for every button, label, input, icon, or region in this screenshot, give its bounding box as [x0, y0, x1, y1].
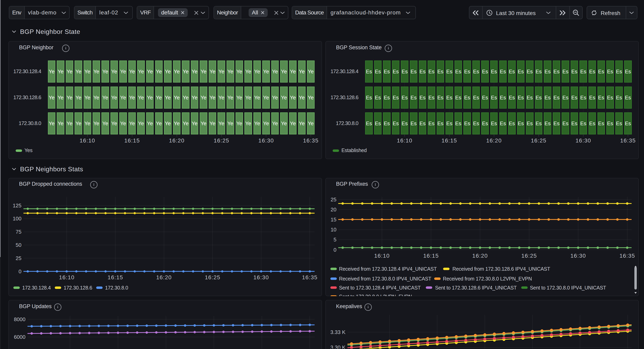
svg-text:0: 0: [19, 269, 22, 275]
svg-text:3.33 K: 3.33 K: [330, 329, 346, 335]
svg-text:172.30.128.4: 172.30.128.4: [22, 285, 51, 291]
svg-text:25: 25: [330, 197, 336, 203]
svg-text:3.30 K: 3.30 K: [330, 345, 346, 349]
svg-text:Received from 172.30.128.6 IPV: Received from 172.30.128.6 IPV4_UNICAST: [452, 266, 550, 272]
svg-text:16:15: 16:15: [108, 274, 123, 281]
svg-text:Sent to 172.30.128.6 IPV4_UNIC: Sent to 172.30.128.6 IPV4_UNICAST: [435, 285, 517, 291]
svg-text:16:20: 16:20: [472, 253, 488, 259]
svg-text:Received from 172.30.128.4 IPV: Received from 172.30.128.4 IPV4_UNICAST: [339, 266, 437, 272]
svg-text:15: 15: [330, 217, 336, 223]
svg-text:75: 75: [16, 229, 22, 235]
svg-text:16:35: 16:35: [620, 253, 635, 259]
svg-text:8000: 8000: [14, 316, 26, 322]
svg-text:16:10: 16:10: [59, 274, 74, 281]
svg-text:172.30.128.6: 172.30.128.6: [64, 285, 92, 291]
svg-text:16:25: 16:25: [205, 274, 220, 281]
svg-text:16:20: 16:20: [156, 274, 172, 281]
svg-text:Received from 172.30.8.0 L2VPN: Received from 172.30.8.0 L2VPN_EVPN: [443, 276, 532, 282]
svg-text:Sent to 172.30.128.4 IPV4_UNIC: Sent to 172.30.128.4 IPV4_UNICAST: [339, 285, 421, 291]
svg-text:6000: 6000: [14, 334, 26, 340]
svg-text:100: 100: [13, 216, 22, 222]
svg-text:16:10: 16:10: [374, 253, 390, 259]
svg-text:0: 0: [334, 247, 336, 253]
svg-text:20: 20: [330, 207, 336, 213]
svg-text:Sent to 172.30.8.0 L2VPN_EVPN: Sent to 172.30.8.0 L2VPN_EVPN: [339, 294, 412, 296]
svg-text:172.30.8.0: 172.30.8.0: [105, 285, 128, 291]
svg-text:16:35: 16:35: [302, 274, 318, 281]
svg-text:10: 10: [330, 227, 336, 233]
svg-text:125: 125: [13, 203, 22, 209]
svg-text:50: 50: [16, 242, 22, 248]
svg-text:16:25: 16:25: [521, 253, 537, 259]
svg-text:Received from 172.30.8.0 IPV4_: Received from 172.30.8.0 IPV4_UNICAST: [339, 276, 431, 282]
svg-text:Sent to 172.30.8.0 IPV4_UNICAS: Sent to 172.30.8.0 IPV4_UNICAST: [530, 285, 606, 291]
svg-text:16:15: 16:15: [423, 253, 439, 259]
svg-text:25: 25: [16, 255, 22, 261]
svg-text:16:30: 16:30: [254, 274, 269, 281]
svg-text:16:30: 16:30: [570, 253, 586, 259]
svg-text:5: 5: [334, 237, 336, 243]
